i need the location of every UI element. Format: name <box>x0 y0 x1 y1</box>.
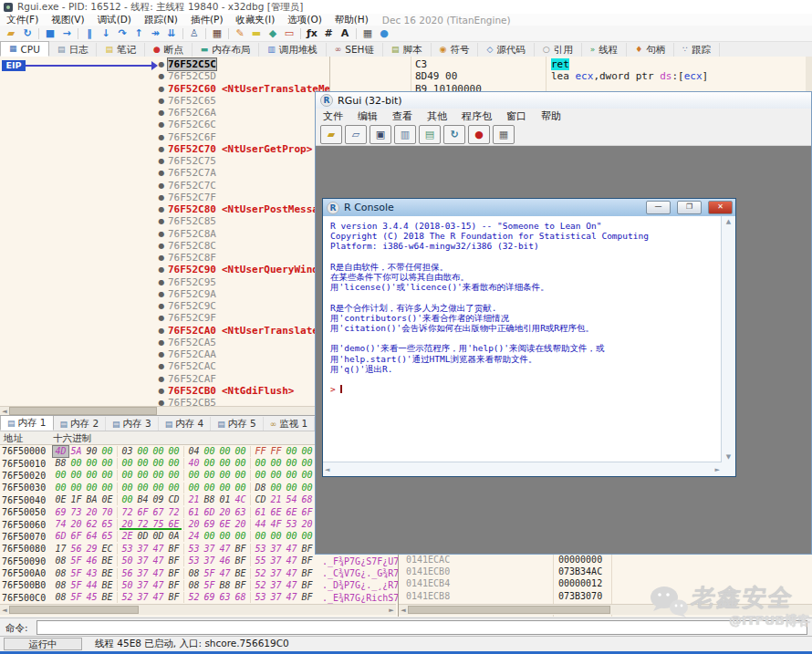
menu-item[interactable]: 选项(O) <box>281 14 328 26</box>
disasm-row[interactable]: ●76F52C9F <box>155 312 329 324</box>
breakpoint-bullet-icon[interactable]: ● <box>155 145 168 153</box>
menu-item[interactable]: 收藏夹(I) <box>230 14 282 26</box>
rgui-open-icon[interactable]: ▰ <box>320 125 342 144</box>
disasm-row[interactable]: ●76F52C8C <box>155 240 329 252</box>
tab-dump-5[interactable]: ▤内存 5 <box>211 417 264 431</box>
breakpoint-bullet-icon[interactable]: ● <box>155 278 168 286</box>
rgui-stop-icon[interactable]: ● <box>468 125 490 144</box>
stack-address[interactable]: 0141ECB8 <box>406 591 450 601</box>
open-file-icon[interactable]: ▰ <box>4 26 18 40</box>
tab-references[interactable]: ○引用 <box>535 43 582 57</box>
scroll-thumb[interactable] <box>9 606 139 614</box>
label-icon[interactable]: ▬ <box>249 26 264 40</box>
r-console-titlebar[interactable]: R R Console — ❐ ✕ <box>323 199 735 217</box>
disasm-row[interactable]: ●76F52C7F <box>155 192 329 203</box>
dump-row[interactable]: 76F500C0085F45BE523747BF52696368533747BF… <box>0 592 398 604</box>
disasm-row[interactable]: ●76F52C7C <box>155 180 329 192</box>
rgui-menu-item[interactable]: 编辑 <box>350 109 385 123</box>
menu-item[interactable]: 插件(P) <box>184 14 230 26</box>
disasm-row[interactable]: ●76F52C90<NtUserQueryWindow <box>155 264 329 275</box>
breakpoint-bullet-icon[interactable]: ● <box>155 290 168 298</box>
disasm-hscrollbar[interactable]: ◄ <box>0 406 329 415</box>
stack-value[interactable]: 00000000 <box>558 555 602 565</box>
rgui-refresh-icon[interactable]: ↻ <box>443 125 465 144</box>
breakpoint-bullet-icon[interactable]: ● <box>155 97 168 105</box>
disasm-row[interactable]: ●76F52CAC <box>155 360 329 372</box>
tab-notes[interactable]: ▤笔记 <box>97 43 145 57</box>
r-console-hscrollbar[interactable]: ◄ ► <box>323 462 722 476</box>
step-into-icon[interactable]: ↓ <box>99 26 113 40</box>
disasm-row[interactable]: ●76F52CA5 <box>155 337 329 348</box>
animate-icon[interactable]: ⇊ <box>164 26 179 40</box>
scroll-down-icon[interactable]: ▼ <box>724 452 733 462</box>
r-console-vscrollbar[interactable]: ▲ ▼ <box>721 216 735 462</box>
pause-icon[interactable]: ‖ <box>82 26 97 40</box>
dump-row[interactable]: 76F500B0085F44BE503747BF085FB8BF523747BF… <box>0 579 398 591</box>
breakpoint-bullet-icon[interactable]: ● <box>155 217 168 225</box>
disasm-row[interactable]: ●76F52C5C <box>155 58 329 70</box>
menu-item[interactable]: 跟踪(N) <box>138 14 184 26</box>
scroll-left-icon[interactable]: ◄ <box>399 607 408 614</box>
rgui-save-icon[interactable]: ▣ <box>370 125 391 144</box>
disasm-row[interactable]: ●76F52C6A <box>155 107 329 119</box>
disasm-instruction-row[interactable]: 8D49 00lea ecx,dword ptr ds:[ecx] <box>330 70 812 82</box>
minimize-button[interactable]: — <box>646 201 671 214</box>
rgui-menu-item[interactable]: 查看 <box>385 109 420 123</box>
breakpoint-bullet-icon[interactable]: ● <box>155 120 168 129</box>
rgui-paste-icon[interactable]: ▤ <box>419 125 441 144</box>
scroll-up-icon[interactable]: ▲ <box>724 216 733 227</box>
breakpoint-bullet-icon[interactable]: ● <box>155 302 168 310</box>
stack-value[interactable]: 00000012 <box>558 578 602 588</box>
close-button[interactable]: ✕ <box>708 201 733 214</box>
scroll-right-icon[interactable]: ► <box>713 464 722 475</box>
menu-item[interactable]: 帮助(H) <box>328 14 375 26</box>
tab-script[interactable]: ▤脚本 <box>383 43 432 57</box>
breakpoint-bullet-icon[interactable]: ● <box>155 85 168 93</box>
stack-address[interactable]: 0141ECB4 <box>406 578 450 588</box>
dump-row[interactable]: 76F500A0085F43BE563747BF085F47BE523747BF… <box>0 567 398 579</box>
scroll-thumb[interactable] <box>408 606 610 614</box>
command-input[interactable] <box>36 620 807 635</box>
scroll-thumb[interactable] <box>9 407 157 415</box>
tab-dump-1[interactable]: ▤内存 1 <box>0 415 54 431</box>
breakpoint-bullet-icon[interactable]: ● <box>155 338 168 347</box>
disasm-instruction-row[interactable]: C3ret <box>330 58 812 70</box>
run-to-user-code-icon[interactable]: ♙ <box>187 26 202 40</box>
disasm-row[interactable]: ●76F52C70<NtUserGetProp> <box>155 143 329 155</box>
rgui-menu-item[interactable]: 窗口 <box>499 109 534 123</box>
breakpoint-bullet-icon[interactable]: ● <box>155 60 168 68</box>
breakpoint-bullet-icon[interactable]: ● <box>155 265 168 274</box>
run-icon[interactable]: → <box>59 26 74 40</box>
rgui-menu-item[interactable]: 程序包 <box>454 109 499 123</box>
globe-icon[interactable]: ● <box>377 26 391 40</box>
breakpoint-bullet-icon[interactable]: ● <box>155 362 168 370</box>
disasm-row[interactable]: ●76F52C5D <box>155 70 329 82</box>
patches-icon[interactable]: ▦ <box>210 26 224 40</box>
tab-log[interactable]: ▤日志 <box>49 43 98 57</box>
r-console-output[interactable]: R version 3.4.4 (2018-03-15) -- "Someone… <box>323 216 722 462</box>
restart-icon[interactable]: ↻ <box>20 26 35 40</box>
breakpoint-bullet-icon[interactable]: ● <box>155 133 168 141</box>
calculator-icon[interactable]: ▦ <box>360 26 375 40</box>
tab-source[interactable]: ◇源代码 <box>478 43 534 57</box>
disasm-row[interactable]: ●76F52C9A <box>155 288 329 300</box>
step-over-icon[interactable]: ↷ <box>115 26 130 40</box>
scroll-left-icon[interactable]: ◄ <box>323 464 331 475</box>
breakpoint-bullet-icon[interactable]: ● <box>155 314 168 322</box>
tab-memory-map[interactable]: ▬内存布局 <box>193 43 260 57</box>
rgui-load-workspace-icon[interactable]: ▱ <box>345 125 367 144</box>
menu-item[interactable]: 视图(V) <box>45 14 90 26</box>
step-out-icon[interactable]: ↑ <box>131 26 146 40</box>
tab-seh[interactable]: ∞SEH链 <box>327 43 383 57</box>
tab-symbols[interactable]: ◉符号 <box>432 43 479 57</box>
breakpoint-bullet-icon[interactable]: ● <box>155 109 168 117</box>
disasm-row[interactable]: ●76F52CA0<NtUserTranslateAc <box>155 325 329 337</box>
tab-trace[interactable]: ∵跟踪 <box>674 43 720 57</box>
breakpoint-bullet-icon[interactable]: ● <box>155 169 168 177</box>
breakpoint-bullet-icon[interactable]: ● <box>155 157 168 165</box>
tab-breakpoints[interactable]: ●断点 <box>145 43 193 57</box>
tab-handles[interactable]: ♦句柄 <box>627 43 674 57</box>
rgui-menu-item[interactable]: 文件 <box>316 109 350 123</box>
font-icon[interactable]: A <box>338 26 352 40</box>
breakpoint-bullet-icon[interactable]: ● <box>155 327 168 335</box>
